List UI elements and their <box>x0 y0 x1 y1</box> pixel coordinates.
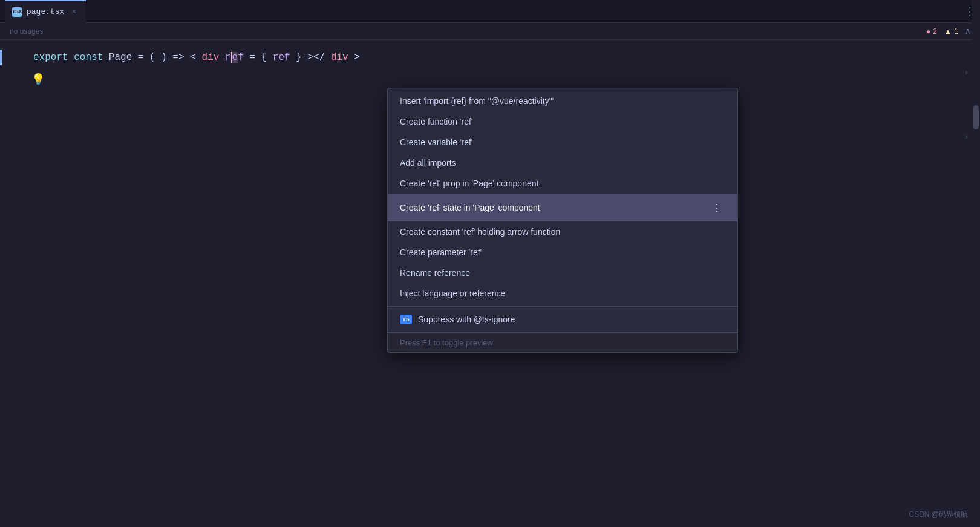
identifier-page: Page <box>109 52 132 63</box>
scrollbar-thumb[interactable] <box>973 105 979 129</box>
fold-arrows: › › <box>964 68 969 142</box>
scrollbar[interactable] <box>972 0 980 527</box>
diagnostic-badges: ● 2 ▲ 1 ∧ <box>926 26 970 36</box>
menu-item-add-imports[interactable]: Add all imports <box>388 152 737 173</box>
menu-item-add-imports-label: Add all imports <box>400 158 725 168</box>
error-icon: ● <box>926 27 930 36</box>
lightbulb-icon[interactable]: 💡 <box>31 73 45 86</box>
operator-attr-eq: = <box>249 52 255 63</box>
tab-close-button[interactable]: × <box>69 7 78 18</box>
menu-item-insert-import[interactable]: Insert 'import {ref} from "@vue/reactivi… <box>388 91 737 111</box>
footer-text: Press F1 to toggle preview <box>400 338 493 347</box>
menu-item-inject-language[interactable]: Inject language or reference <box>388 283 737 304</box>
menu-item-inject-language-label: Inject language or reference <box>400 289 725 298</box>
menu-item-rename-reference[interactable]: Rename reference <box>388 263 737 283</box>
warning-icon: ▲ <box>944 27 952 36</box>
menu-item-create-function-label: Create function 'ref' <box>400 117 725 126</box>
no-usages-label: no usages <box>10 27 43 36</box>
code-content: export const Page = ( ) => < div ref = {… <box>9 50 360 65</box>
menu-item-create-variable-label: Create variable 'ref' <box>400 137 725 147</box>
operator-arrow: => <box>173 52 191 63</box>
menu-item-create-parameter[interactable]: Create parameter 'ref' <box>388 242 737 263</box>
tab-page-tsx[interactable]: TSX page.tsx × <box>5 0 86 23</box>
watermark-text: CSDN @码界领航 <box>909 509 968 520</box>
menu-item-create-parameter-label: Create parameter 'ref' <box>400 247 725 257</box>
tab-filename: page.tsx <box>27 7 64 16</box>
keyword-export: export <box>33 52 68 63</box>
menu-item-create-constant-label: Create constant 'ref' holding arrow func… <box>400 227 725 237</box>
attr-ref: ref <box>225 52 244 63</box>
brace-open: { <box>261 52 267 63</box>
keyword-const: const <box>74 52 103 63</box>
usage-bar: no usages ● 2 ▲ 1 ∧ <box>0 23 980 40</box>
operator-equals: = <box>138 52 149 63</box>
menu-item-create-function[interactable]: Create function 'ref' <box>388 111 737 132</box>
menu-item-create-constant[interactable]: Create constant 'ref' holding arrow func… <box>388 221 737 242</box>
error-count: 2 <box>933 27 937 36</box>
menu-item-create-prop-label: Create 'ref' prop in 'Page' component <box>400 178 725 188</box>
tag-div: div <box>202 52 220 63</box>
fold-arrow-2[interactable]: › <box>964 132 969 142</box>
brace-close: } <box>296 52 302 63</box>
warning-badge[interactable]: ▲ 1 <box>944 27 958 36</box>
chevron-up-button[interactable]: ∧ <box>965 26 970 36</box>
menu-item-suppress-ts[interactable]: TS Suppress with @ts-ignore <box>388 309 737 330</box>
tag-div-close: div <box>331 52 348 63</box>
fold-arrow-1[interactable]: › <box>964 68 969 77</box>
more-options-icon[interactable]: ⋮ <box>708 199 725 216</box>
ts-badge: TS <box>400 315 412 324</box>
tsx-icon: TSX <box>12 7 22 17</box>
tab-bar: TSX page.tsx × ⋮ <box>0 0 980 23</box>
ref-value: ref <box>273 52 290 63</box>
menu-item-create-state-label: Create 'ref' state in 'Page' component <box>400 203 708 212</box>
menu-section-main: Insert 'import {ref} from "@vue/reactivi… <box>388 88 737 307</box>
tab-list: TSX page.tsx × <box>5 0 86 23</box>
menu-item-create-prop[interactable]: Create 'ref' prop in 'Page' component <box>388 173 737 194</box>
menu-item-suppress-ts-label: Suppress with @ts-ignore <box>418 315 515 324</box>
code-line-1: export const Page = ( ) => < div ref = {… <box>0 50 980 65</box>
menu-item-rename-reference-label: Rename reference <box>400 268 725 278</box>
context-menu: Insert 'import {ref} from "@vue/reactivi… <box>387 88 738 353</box>
menu-item-create-variable[interactable]: Create variable 'ref' <box>388 132 737 152</box>
menu-item-create-state[interactable]: Create 'ref' state in 'Page' component ⋮ <box>388 194 737 221</box>
menu-section-ts: TS Suppress with @ts-ignore <box>388 307 737 333</box>
warning-count: 1 <box>954 27 958 36</box>
error-badge[interactable]: ● 2 <box>926 27 937 36</box>
menu-footer: Press F1 to toggle preview <box>388 333 737 352</box>
menu-item-insert-import-label: Insert 'import {ref} from "@vue/reactivi… <box>400 96 725 106</box>
